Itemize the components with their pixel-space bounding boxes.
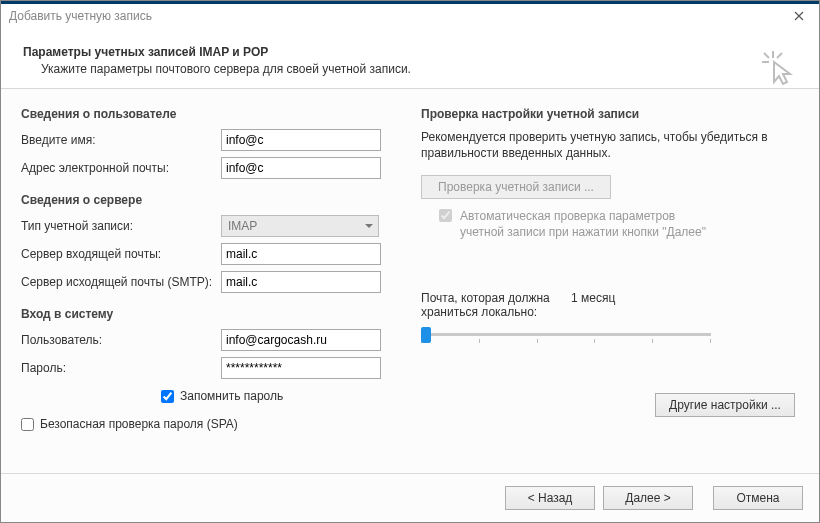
spa-label: Безопасная проверка пароля (SPA)	[40, 417, 238, 431]
password-input[interactable]	[221, 357, 381, 379]
server-info-heading: Сведения о сервере	[21, 193, 401, 207]
auto-test-label: Автоматическая проверка параметров учетн…	[460, 209, 710, 240]
svg-line-2	[764, 53, 769, 58]
spa-checkbox[interactable]	[21, 418, 34, 431]
test-description: Рекомендуется проверить учетную запись, …	[421, 129, 799, 161]
auto-test-checkbox	[439, 209, 452, 222]
header: Параметры учетных записей IMAP и POP Ука…	[1, 27, 819, 88]
back-button[interactable]: < Назад	[505, 486, 595, 510]
test-account-button[interactable]: Проверка учетной записи ...	[421, 175, 611, 199]
titlebar: Добавить учетную запись	[1, 1, 819, 27]
outgoing-server-label: Сервер исходящей почты (SMTP):	[21, 275, 221, 289]
account-type-select[interactable]: IMAP	[221, 215, 379, 237]
account-type-value: IMAP	[228, 219, 257, 233]
keep-offline-value: 1 месяц	[571, 291, 615, 319]
page-title: Параметры учетных записей IMAP и POP	[23, 45, 797, 59]
add-account-window: Добавить учетную запись Параметры учетны…	[0, 0, 820, 523]
password-label: Пароль:	[21, 361, 221, 375]
slider-thumb[interactable]	[421, 327, 431, 343]
left-column: Сведения о пользователе Введите имя: Адр…	[21, 107, 401, 463]
more-settings-button[interactable]: Другие настройки ...	[655, 393, 795, 417]
body: Сведения о пользователе Введите имя: Адр…	[1, 89, 819, 473]
keep-offline-slider[interactable]	[421, 325, 711, 345]
remember-password-label: Запомнить пароль	[180, 389, 283, 403]
username-label: Пользователь:	[21, 333, 221, 347]
name-label: Введите имя:	[21, 133, 221, 147]
email-input[interactable]	[221, 157, 381, 179]
keep-offline-block: Почта, которая должна храниться локально…	[421, 291, 799, 345]
cancel-button[interactable]: Отмена	[713, 486, 803, 510]
window-title: Добавить учетную запись	[9, 9, 152, 23]
name-input[interactable]	[221, 129, 381, 151]
chevron-down-icon	[364, 221, 374, 231]
slider-ticks	[421, 339, 711, 343]
username-input[interactable]	[221, 329, 381, 351]
login-heading: Вход в систему	[21, 307, 401, 321]
next-button[interactable]: Далее >	[603, 486, 693, 510]
keep-offline-label: Почта, которая должна храниться локально…	[421, 291, 571, 319]
outgoing-server-input[interactable]	[221, 271, 381, 293]
close-icon	[794, 11, 804, 21]
incoming-server-input[interactable]	[221, 243, 381, 265]
email-label: Адрес электронной почты:	[21, 161, 221, 175]
page-subtitle: Укажите параметры почтового сервера для …	[41, 62, 797, 76]
right-column: Проверка настройки учетной записи Рекоме…	[421, 107, 799, 463]
incoming-server-label: Сервер входящей почты:	[21, 247, 221, 261]
close-button[interactable]	[779, 4, 819, 27]
footer: < Назад Далее > Отмена	[1, 473, 819, 522]
slider-track	[421, 333, 711, 336]
cursor-click-icon	[759, 47, 799, 87]
user-info-heading: Сведения о пользователе	[21, 107, 401, 121]
remember-password-checkbox[interactable]	[161, 390, 174, 403]
test-heading: Проверка настройки учетной записи	[421, 107, 799, 121]
account-type-label: Тип учетной записи:	[21, 219, 221, 233]
svg-line-3	[777, 53, 782, 58]
